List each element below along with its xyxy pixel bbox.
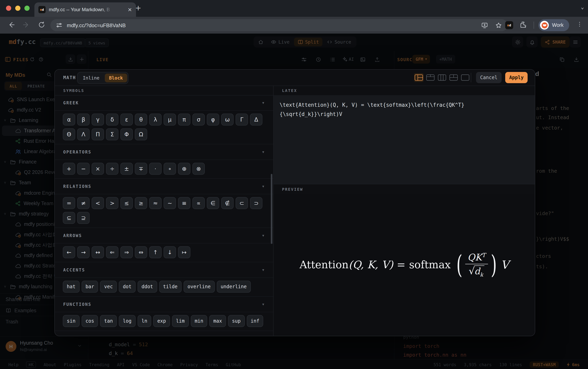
address-bar[interactable]: mdfy.cc/?doc=uFB8VaNB (50, 19, 508, 31)
symbol-button[interactable]: inf (247, 315, 263, 327)
symbol-button[interactable]: α (63, 113, 75, 125)
bookmark-star-icon[interactable] (495, 22, 502, 29)
symbol-button[interactable]: ∓ (135, 163, 147, 175)
tab-close-icon[interactable]: ✕ (128, 7, 132, 13)
symbol-button[interactable]: ↓ (164, 246, 176, 258)
symbol-button[interactable]: σ (192, 113, 205, 125)
symbol-button[interactable]: ⇒ (120, 246, 133, 258)
new-tab-button[interactable]: + (135, 4, 141, 12)
tab-search-icon[interactable]: ⌄ (581, 4, 584, 10)
symbol-button[interactable]: ← (63, 246, 75, 258)
symbol-button[interactable]: → (77, 246, 90, 258)
symbol-button[interactable]: vec (100, 281, 117, 293)
mdfy-extension-icon[interactable]: md (505, 21, 513, 29)
symbol-button[interactable]: cos (81, 315, 98, 327)
symbol-button[interactable]: underline (217, 281, 251, 293)
section-header[interactable]: OPERATORS▼ (55, 144, 273, 160)
profile-chip[interactable]: Work (538, 19, 569, 31)
symbol-button[interactable]: − (77, 163, 90, 175)
cancel-button[interactable]: Cancel (476, 72, 502, 83)
symbol-button[interactable]: θ (135, 113, 147, 125)
symbol-button[interactable]: Δ (250, 113, 262, 125)
symbol-button[interactable]: Φ (120, 128, 133, 140)
latex-editor[interactable]: \text{Attention}(Q, K, V) = \text{softma… (273, 95, 535, 184)
symbol-button[interactable]: Π (92, 128, 104, 140)
symbol-button[interactable]: ∈ (207, 197, 219, 209)
symbol-button[interactable]: ∉ (221, 197, 234, 209)
back-icon[interactable] (7, 21, 15, 29)
symbol-button[interactable]: γ (92, 113, 104, 125)
symbol-button[interactable]: ln (138, 315, 151, 327)
symbol-button[interactable]: max (210, 315, 226, 327)
layout-grid-icon[interactable] (449, 73, 458, 82)
symbol-button[interactable]: Σ (106, 128, 118, 140)
symbol-button[interactable]: + (63, 163, 75, 175)
symbol-button[interactable]: ⋅ (149, 163, 162, 175)
section-collapse-icon[interactable]: ▼ (262, 150, 265, 154)
symbol-button[interactable]: ± (120, 163, 133, 175)
symbol-button[interactable]: sup (228, 315, 245, 327)
browser-menu-icon[interactable]: ⋮ (577, 21, 582, 27)
section-header[interactable]: GREEK▼ (55, 95, 273, 111)
symbol-button[interactable]: ↦ (178, 246, 190, 258)
symbol-button[interactable]: ↑ (149, 246, 162, 258)
layout-columns-icon[interactable] (437, 73, 447, 82)
symbol-button[interactable]: × (92, 163, 104, 175)
section-collapse-icon[interactable]: ▼ (262, 234, 265, 237)
section-header[interactable]: FUNCTIONS▼ (55, 296, 273, 312)
section-header[interactable]: STRUCTURES▼ (55, 331, 273, 336)
math-mode-tab-inline[interactable]: Inline (78, 73, 104, 82)
symbol-button[interactable]: log (119, 315, 135, 327)
symbol-button[interactable]: ≠ (77, 197, 90, 209)
symbol-button[interactable]: exp (153, 315, 170, 327)
symbol-button[interactable]: ÷ (106, 163, 118, 175)
symbol-button[interactable]: lim (172, 315, 189, 327)
symbol-button[interactable]: tilde (159, 281, 181, 293)
symbol-button[interactable]: tan (100, 315, 117, 327)
symbol-button[interactable]: ∘ (164, 163, 176, 175)
symbol-button[interactable]: Θ (63, 128, 75, 140)
layout-sidebar-icon[interactable] (414, 73, 424, 82)
symbol-button[interactable]: overline (184, 281, 215, 293)
symbol-button[interactable]: ⊂ (236, 197, 248, 209)
layout-single-icon[interactable] (460, 73, 470, 82)
symbol-button[interactable]: ∼ (164, 197, 176, 209)
section-collapse-icon[interactable]: ▼ (262, 101, 265, 104)
symbol-button[interactable]: < (92, 197, 104, 209)
symbol-button[interactable]: ≤ (120, 197, 133, 209)
symbol-button[interactable]: ddot (138, 281, 157, 293)
symbol-button[interactable]: ⊇ (77, 212, 90, 224)
symbol-button[interactable]: ε (120, 113, 133, 125)
symbol-button[interactable]: δ (106, 113, 118, 125)
section-header[interactable]: ACCENTS▼ (55, 262, 273, 278)
minimize-window-button[interactable] (15, 6, 21, 11)
symbol-button[interactable]: π (178, 113, 190, 125)
close-window-button[interactable] (6, 6, 11, 11)
symbol-button[interactable]: ↔ (92, 246, 104, 258)
symbol-button[interactable]: ≡ (178, 197, 190, 209)
reload-icon[interactable] (38, 21, 46, 29)
symbol-button[interactable]: Ω (135, 128, 147, 140)
symbol-button[interactable]: ≈ (149, 197, 162, 209)
math-mode-tab-block[interactable]: Block (105, 73, 127, 82)
symbol-button[interactable]: ∝ (192, 197, 205, 209)
section-header[interactable]: ARROWS▼ (55, 227, 273, 244)
browser-tab[interactable]: md mdfy.cc -- Your Markdown, B ✕ (34, 2, 136, 17)
symbol-button[interactable]: β (77, 113, 90, 125)
symbol-button[interactable]: ⇐ (106, 246, 118, 258)
symbol-button[interactable]: > (106, 197, 118, 209)
symbol-button[interactable]: λ (149, 113, 162, 125)
symbol-button[interactable]: Λ (77, 128, 90, 140)
symbol-button[interactable]: bar (81, 281, 98, 293)
symbol-button[interactable]: hat (63, 281, 79, 293)
section-collapse-icon[interactable]: ▼ (262, 268, 265, 272)
symbol-button[interactable]: ω (221, 113, 234, 125)
symbol-button[interactable]: ⊕ (178, 163, 190, 175)
symbol-button[interactable]: Γ (236, 113, 248, 125)
extensions-puzzle-icon[interactable] (519, 21, 527, 28)
install-app-icon[interactable] (481, 22, 488, 29)
section-header[interactable]: RELATIONS▼ (55, 178, 273, 194)
symbol-button[interactable]: sin (63, 315, 79, 327)
maximize-window-button[interactable] (24, 6, 30, 11)
symbol-button[interactable]: ⊃ (250, 197, 262, 209)
